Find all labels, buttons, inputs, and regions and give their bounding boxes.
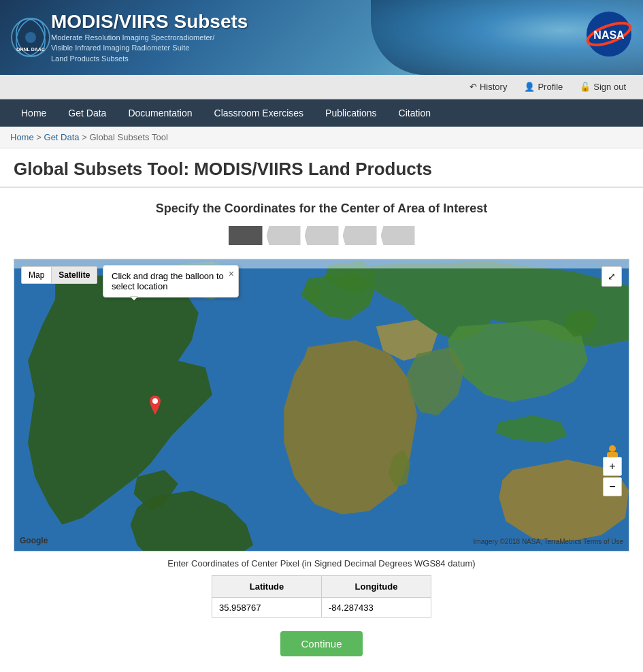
coordinates-table: Latitude Longitude: [212, 575, 431, 618]
step-4: [343, 226, 377, 245]
svg-rect-11: [609, 445, 616, 452]
svg-text:NASA: NASA: [593, 29, 625, 41]
map-pin[interactable]: [147, 396, 163, 417]
signout-label: Sign out: [593, 82, 626, 92]
breadcrumb-current: Global Subsets Tool: [89, 132, 167, 142]
history-nav-item[interactable]: ↶ History: [463, 79, 514, 95]
zoom-in-button[interactable]: +: [603, 457, 622, 476]
nav-get-data[interactable]: Get Data: [57, 99, 117, 127]
map-tooltip: × Click and drag the balloon to select l…: [103, 265, 239, 298]
history-label: History: [480, 82, 507, 92]
header-text: MODIS/VIIRS Subsets Moderate Resolution …: [51, 11, 248, 64]
section-title: Specify the Coordinates for the Center o…: [14, 202, 629, 216]
site-title: MODIS/VIIRS Subsets: [51, 11, 248, 33]
step-3: [305, 226, 339, 245]
svg-text:ORNL DAAC: ORNL DAAC: [16, 47, 45, 52]
nasa-logo: NASA: [585, 10, 633, 58]
nav-home[interactable]: Home: [10, 99, 57, 127]
latitude-header: Latitude: [212, 576, 322, 598]
breadcrumb-get-data[interactable]: Get Data: [44, 132, 80, 142]
step-1: [229, 226, 263, 245]
svg-point-3: [25, 32, 36, 43]
subtitle: Moderate Resolution Imaging Spectroradio…: [51, 33, 248, 64]
person-icon: 👤: [524, 82, 535, 92]
page-title: Global Subsets Tool: MODIS/VIIRS Land Pr…: [0, 148, 643, 188]
breadcrumb: Home > Get Data > Global Subsets Tool: [0, 127, 643, 148]
breadcrumb-home[interactable]: Home: [10, 132, 34, 142]
fullscreen-button[interactable]: ⤢: [601, 266, 622, 287]
profile-nav-item[interactable]: 👤 Profile: [517, 79, 570, 95]
nav-documentation[interactable]: Documentation: [117, 99, 203, 127]
zoom-out-button[interactable]: −: [603, 477, 622, 496]
map-container[interactable]: Map Satellite × Click and drag the ballo…: [14, 259, 629, 551]
top-navigation: ↶ History 👤 Profile 🔓 Sign out: [0, 75, 643, 99]
tooltip-close-button[interactable]: ×: [229, 268, 234, 279]
coordinates-description: Enter Coordinates of Center Pixel (in Si…: [14, 558, 629, 569]
tooltip-text: Click and drag the balloon to select loc…: [112, 271, 224, 291]
main-content: Specify the Coordinates for the Center o…: [0, 188, 643, 670]
nav-publications[interactable]: Publications: [314, 99, 388, 127]
longitude-header: Longitude: [322, 576, 431, 598]
ornl-logo: ORNL DAAC: [10, 17, 51, 58]
nav-citation[interactable]: Citation: [388, 99, 442, 127]
longitude-input[interactable]: [329, 603, 424, 613]
nav-classroom[interactable]: Classroom Exercises: [203, 99, 314, 127]
map-type-toggle: Map Satellite: [21, 266, 97, 284]
signout-icon: 🔓: [580, 82, 591, 92]
map-imagery-attribution: Imagery ©2018 NASA, TerraMetrics Terms o…: [474, 538, 623, 545]
main-navigation: Home Get Data Documentation Classroom Ex…: [0, 99, 643, 127]
satellite-view-button[interactable]: Satellite: [52, 267, 97, 283]
map-view-button[interactable]: Map: [22, 267, 52, 283]
step-5: [381, 226, 415, 245]
step-indicator: [14, 226, 629, 245]
signout-nav-item[interactable]: 🔓 Sign out: [573, 79, 633, 95]
continue-button[interactable]: Continue: [280, 631, 362, 656]
step-2: [267, 226, 301, 245]
latitude-input[interactable]: [219, 603, 314, 613]
google-attribution: Google: [20, 536, 48, 545]
world-map: [14, 259, 629, 551]
header-left: ORNL DAAC MODIS/VIIRS Subsets Moderate R…: [0, 4, 258, 71]
profile-label: Profile: [538, 82, 563, 92]
map-zoom-controls: + −: [603, 457, 622, 496]
header-banner: ORNL DAAC MODIS/VIIRS Subsets Moderate R…: [0, 0, 643, 75]
history-icon: ↶: [469, 82, 477, 92]
svg-point-10: [152, 398, 158, 404]
